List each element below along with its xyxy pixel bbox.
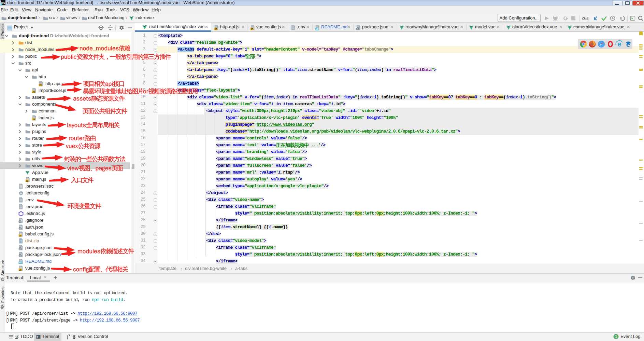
svg-text:Git:: Git:: [582, 16, 589, 21]
svg-text:{}: {}: [19, 227, 21, 230]
svg-text:{}: {}: [19, 255, 21, 257]
svg-text:MD: MD: [315, 28, 319, 30]
svg-text:MD: MD: [19, 262, 22, 264]
svg-text:JS: JS: [19, 269, 22, 271]
svg-text:JS: JS: [32, 118, 35, 121]
svg-text:{}: {}: [19, 248, 21, 250]
svg-text:1: 1: [615, 335, 617, 339]
svg-text:JS: JS: [26, 180, 29, 182]
svg-text:JS: JS: [39, 84, 42, 86]
svg-text:WS: WS: [1, 2, 5, 4]
svg-text:JS: JS: [251, 28, 254, 30]
svg-text:e: e: [626, 40, 630, 48]
svg-text:JS: JS: [32, 91, 35, 93]
svg-text:{}: {}: [357, 28, 359, 30]
svg-text:e: e: [617, 40, 621, 48]
svg-text:JS: JS: [214, 28, 217, 30]
svg-text:JS: JS: [19, 234, 22, 237]
